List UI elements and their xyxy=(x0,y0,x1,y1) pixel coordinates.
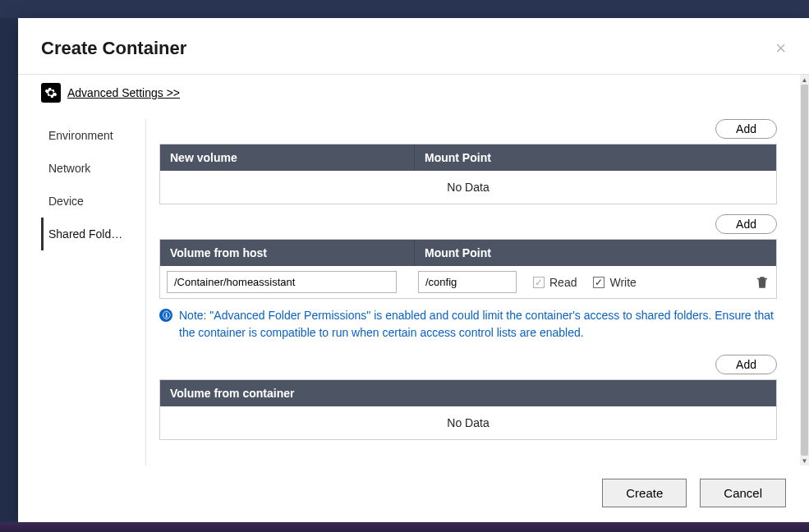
volume-from-host-section: Add Volume from host Mount Point xyxy=(159,214,777,342)
cancel-button[interactable]: Cancel xyxy=(700,479,786,507)
write-label: Write xyxy=(609,276,636,289)
column-header-volume-from-host: Volume from host xyxy=(160,240,415,266)
close-icon[interactable]: × xyxy=(775,39,786,57)
add-container-volume-button[interactable]: Add xyxy=(715,355,777,374)
sidenav-item-label: Environment xyxy=(48,129,113,142)
mount-point-input[interactable] xyxy=(418,271,517,293)
modal-body: Advanced Settings >> Environment Network… xyxy=(18,75,809,466)
read-checkbox-wrap[interactable]: ✓ Read xyxy=(533,276,577,289)
info-icon: 🛈 xyxy=(159,309,172,322)
permissions-note: 🛈 Note: "Advanced Folder Permissions" is… xyxy=(159,307,777,342)
read-label: Read xyxy=(549,276,577,289)
column-header-volume-from-container: Volume from container xyxy=(160,380,776,406)
gear-icon xyxy=(41,83,61,103)
sidenav-item-network[interactable]: Network xyxy=(41,152,145,185)
new-volume-empty: No Data xyxy=(160,171,776,204)
scroll-thumb[interactable] xyxy=(801,85,808,456)
write-checkbox-wrap[interactable]: ✓ Write xyxy=(593,276,636,289)
container-volume-empty: No Data xyxy=(160,406,776,439)
new-volume-table: New volume Mount Point No Data xyxy=(159,144,777,204)
volume-from-container-section: Add Volume from container No Data xyxy=(159,355,777,440)
column-header-mount-point: Mount Point xyxy=(415,144,776,171)
modal-title: Create Container xyxy=(41,38,186,59)
modal-header: Create Container × xyxy=(18,18,809,75)
create-container-modal: Create Container × Advanced Settings >> … xyxy=(18,18,809,522)
host-volume-table: Volume from host Mount Point ✓ Read xyxy=(159,239,777,299)
scroll-up-arrow[interactable]: ▲ xyxy=(800,75,809,85)
write-checkbox[interactable]: ✓ xyxy=(593,277,604,288)
content-area: Add New volume Mount Point No Data xyxy=(146,119,777,466)
read-checkbox[interactable]: ✓ xyxy=(533,277,545,288)
advanced-settings-row: Advanced Settings >> xyxy=(41,75,777,104)
sidenav-item-device[interactable]: Device xyxy=(41,185,145,218)
add-new-volume-button[interactable]: Add xyxy=(715,119,777,139)
note-text: Note: "Advanced Folder Permissions" is e… xyxy=(179,307,777,342)
container-volume-table: Volume from container No Data xyxy=(159,379,777,440)
sidenav-item-label: Network xyxy=(48,162,90,175)
column-header-mount-point: Mount Point xyxy=(415,240,776,266)
sidenav-item-environment[interactable]: Environment xyxy=(41,119,145,152)
table-row: ✓ Read ✓ Write xyxy=(160,266,776,298)
host-path-input[interactable] xyxy=(167,271,397,293)
advanced-settings-link[interactable]: Advanced Settings >> xyxy=(67,86,180,99)
side-nav: Environment Network Device Shared Fold… xyxy=(41,119,146,466)
bottom-edge xyxy=(0,522,809,532)
vertical-scrollbar[interactable]: ▲ ▼ xyxy=(800,75,809,466)
sidenav-item-label: Shared Fold… xyxy=(48,227,122,241)
new-volume-section: Add New volume Mount Point No Data xyxy=(159,119,777,204)
scroll-down-arrow[interactable]: ▼ xyxy=(800,456,809,466)
scroll-area: Advanced Settings >> Environment Network… xyxy=(18,75,800,466)
sidenav-item-shared-folders[interactable]: Shared Fold… xyxy=(41,218,145,250)
delete-row-icon[interactable] xyxy=(755,275,770,290)
add-host-volume-button[interactable]: Add xyxy=(715,214,777,234)
create-button[interactable]: Create xyxy=(602,479,687,507)
column-header-new-volume: New volume xyxy=(160,144,415,171)
sidenav-item-label: Device xyxy=(48,195,84,208)
modal-footer: Create Cancel xyxy=(18,466,809,522)
background-left-strip xyxy=(0,18,18,532)
